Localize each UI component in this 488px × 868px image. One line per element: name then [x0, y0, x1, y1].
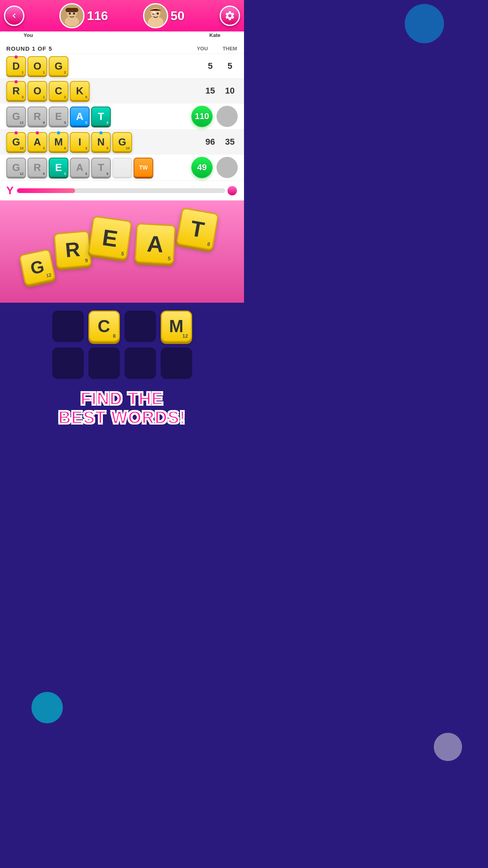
tile-M[interactable]: M6 — [49, 132, 68, 152]
tiles-gaming: G10 A3 M6 I3 N5 G10 — [6, 132, 202, 152]
game-board: ROUND 1 OF 5 YOU THEM D1 O1 G2 5 5 — [0, 40, 244, 200]
rack-slot-1[interactable] — [52, 311, 84, 342]
progress-bar — [17, 188, 225, 193]
tile-E2[interactable]: E5 — [49, 158, 68, 177]
score-you: 116 — [87, 9, 108, 23]
svg-point-5 — [73, 13, 75, 15]
avatar-you — [59, 3, 84, 28]
tile-G[interactable]: G2 — [49, 56, 68, 76]
rack-slot-7[interactable] — [125, 348, 156, 379]
progress-row: Y — [0, 181, 244, 200]
score-great2-you: 49 — [191, 157, 213, 178]
falling-tile-R[interactable]: R9 — [53, 230, 92, 269]
settings-button[interactable] — [220, 6, 240, 26]
svg-point-10 — [157, 13, 159, 15]
score-rock-you: 15 — [202, 86, 218, 96]
header: 116 50 — [0, 0, 244, 31]
word-row-dog: D1 O1 G2 5 5 — [0, 54, 244, 79]
tile-A3[interactable]: A5 — [70, 158, 90, 177]
word-row-gaming: G10 A3 M6 I3 N5 G10 96 35 — [0, 130, 244, 154]
score-dog-them: 5 — [222, 61, 238, 71]
tile-A2[interactable]: A3 — [28, 132, 47, 152]
player-you-name: You — [24, 32, 33, 38]
scores-great: 110 — [191, 106, 238, 127]
scores-rock: 15 10 — [202, 86, 238, 96]
rack-slot-6[interactable] — [88, 348, 120, 379]
scores-great2: 49 — [191, 157, 238, 178]
player-you-section: 116 — [59, 3, 108, 28]
tagline-line1: FIND THE — [8, 389, 236, 408]
tile-O2[interactable]: O1 — [28, 81, 47, 101]
score-opponent: 50 — [171, 9, 185, 23]
tile-G3[interactable]: G10 — [6, 132, 26, 152]
tile-G5[interactable]: G12 — [6, 158, 26, 177]
bottom-area: C8 M12 FIND THE BEST WORDS! — [0, 303, 244, 434]
tagline-line2: BEST WORDS! — [8, 408, 236, 427]
falling-tile-T[interactable]: T8 — [176, 207, 219, 250]
rack-slot-3[interactable] — [125, 311, 156, 342]
tile-R2[interactable]: R9 — [28, 107, 47, 126]
word-row-great: G12 R9 E5 A5 T8 110 — [0, 103, 244, 130]
name-labels: You Kate — [0, 31, 244, 40]
tile-T2[interactable]: T8 — [91, 158, 111, 177]
col-header-them: THEM — [222, 46, 238, 51]
svg-point-4 — [69, 13, 71, 15]
score-great-them — [216, 106, 238, 127]
tiles-great2: G12 R9 E5 A5 T8 TW — [6, 158, 191, 177]
y-badge: Y — [6, 184, 14, 197]
falling-tile-G[interactable]: G12 — [19, 249, 56, 286]
letter-rack-row1: C8 M12 — [0, 307, 244, 346]
tile-C[interactable]: C2 — [49, 81, 68, 101]
tile-G4[interactable]: G10 — [112, 132, 132, 152]
word-row-great2: G12 R9 E5 A5 T8 TW 49 — [0, 154, 244, 181]
tile-N[interactable]: N5 — [91, 132, 111, 152]
word-row-rock: R3 O1 C2 K8 15 10 — [0, 79, 244, 103]
score-great2-them — [216, 157, 238, 178]
tile-K[interactable]: K8 — [70, 81, 90, 101]
tiles-rock: R3 O1 C2 K8 — [6, 81, 202, 101]
tagline: FIND THE BEST WORDS! — [0, 383, 244, 434]
tile-A[interactable]: A5 — [70, 107, 90, 126]
player-opponent-section: 50 — [143, 3, 185, 28]
round-label: ROUND 1 OF 5 — [6, 45, 52, 52]
tile-T[interactable]: T8 — [91, 107, 111, 126]
rack-slot-8[interactable] — [161, 348, 192, 379]
score-rock-them: 10 — [222, 86, 238, 96]
tile-TW[interactable]: TW — [134, 158, 153, 177]
letter-rack-row2 — [0, 346, 244, 383]
tile-I[interactable]: I3 — [70, 132, 90, 152]
scores-gaming: 96 35 — [202, 137, 238, 147]
rack-slot-C[interactable]: C8 — [88, 311, 120, 342]
scores-dog: 5 5 — [202, 61, 238, 71]
svg-rect-3 — [66, 8, 79, 12]
score-gaming-them: 35 — [222, 137, 238, 147]
tile-D[interactable]: D1 — [6, 56, 26, 76]
rack-slot-5[interactable] — [52, 348, 84, 379]
score-gaming-you: 96 — [202, 137, 218, 147]
progress-fill — [17, 188, 75, 193]
back-button[interactable] — [4, 6, 24, 26]
tiles-great: G12 R9 E5 A5 T8 — [6, 107, 191, 126]
tile-G2[interactable]: G12 — [6, 107, 26, 126]
tiles-dog: D1 O1 G2 — [6, 56, 202, 76]
falling-tile-A[interactable]: A5 — [134, 223, 176, 264]
tile-O[interactable]: O1 — [28, 56, 47, 76]
tile-R[interactable]: R3 — [6, 81, 26, 101]
tile-empty — [112, 158, 132, 177]
svg-point-2 — [65, 17, 79, 26]
tile-R3[interactable]: R9 — [28, 158, 47, 177]
round-header: ROUND 1 OF 5 YOU THEM — [0, 44, 244, 54]
score-dog-you: 5 — [202, 61, 218, 71]
falling-tile-E[interactable]: E5 — [88, 216, 132, 260]
player-opponent-name: Kate — [209, 32, 220, 38]
rack-slot-M[interactable]: M12 — [161, 311, 192, 342]
col-header-you: YOU — [194, 46, 210, 51]
svg-point-11 — [152, 11, 155, 14]
avatar-kate — [143, 3, 168, 28]
progress-end — [227, 185, 238, 196]
tile-E[interactable]: E5 — [49, 107, 68, 126]
score-great-you: 110 — [191, 106, 213, 127]
